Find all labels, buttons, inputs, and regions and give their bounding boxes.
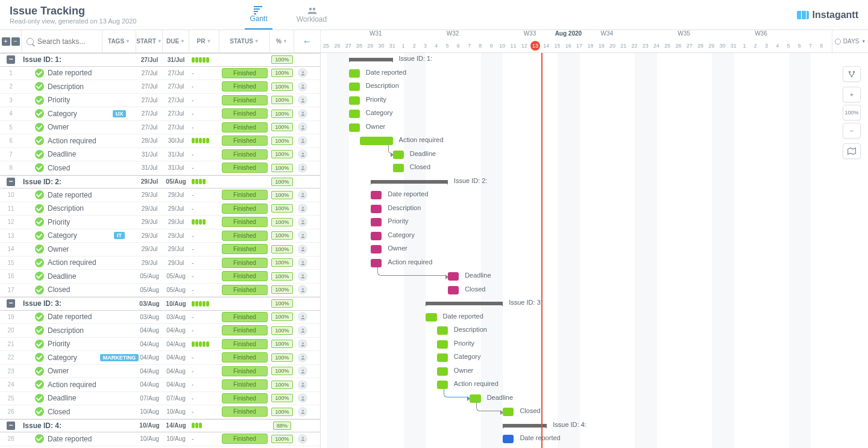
collapse-section-button[interactable]: −: [7, 178, 15, 186]
gantt-task-row[interactable]: Category: [321, 229, 868, 243]
task-name-cell[interactable]: Action required: [22, 258, 102, 267]
gantt-task-row[interactable]: Date reported: [321, 188, 868, 202]
task-row[interactable]: 5Owner27/Jul27/Jul-Finished100%: [0, 121, 320, 135]
task-row[interactable]: 20Description04/Aug04/Aug-Finished100%: [0, 324, 320, 338]
task-row[interactable]: 14Owner29/Jul29/Jul-Finished100%: [0, 243, 320, 257]
section-row[interactable]: −Issue ID: 3:03/Aug10/Aug100%: [0, 297, 320, 311]
task-row[interactable]: 8Closed31/Jul31/Jul-Finished100%: [0, 161, 320, 175]
minimap-button[interactable]: [843, 143, 861, 159]
assignee-cell[interactable]: [294, 231, 311, 240]
task-name-cell[interactable]: Date reported: [22, 313, 102, 322]
gantt-task-bar[interactable]: [448, 272, 459, 281]
gantt-task-bar[interactable]: [349, 110, 360, 118]
dependencies-toggle-button[interactable]: [843, 66, 861, 82]
assignee-cell[interactable]: [294, 204, 311, 213]
gantt-task-row[interactable]: Category: [321, 351, 868, 365]
task-name-cell[interactable]: Issue ID: 2:: [22, 178, 102, 186]
gantt-task-row[interactable]: Closed: [321, 284, 868, 297]
task-row[interactable]: 16Deadline05/Aug05/Aug-Finished100%: [0, 270, 320, 284]
gantt-task-bar[interactable]: [437, 381, 448, 389]
gantt-task-bar[interactable]: [371, 218, 382, 226]
gantt-task-row[interactable]: Owner: [321, 365, 868, 379]
gantt-task-row[interactable]: Deadline: [321, 148, 868, 162]
task-row[interactable]: 7Deadline31/Jul31/Jul-Finished100%: [0, 148, 320, 162]
gantt-task-row[interactable]: Owner: [321, 121, 868, 135]
assignee-cell[interactable]: [294, 407, 311, 417]
assignee-cell[interactable]: [294, 434, 311, 444]
gantt-task-bar[interactable]: [371, 232, 382, 240]
task-row[interactable]: 2Description27/Jul27/Jul-Finished100%: [0, 80, 320, 94]
brand-logo[interactable]: Instagantt: [797, 10, 858, 20]
task-name-cell[interactable]: Date reported: [22, 190, 102, 199]
collapse-section-button[interactable]: −: [7, 55, 15, 64]
task-name-cell[interactable]: Issue ID: 4:: [22, 422, 102, 430]
task-row[interactable]: 23Owner04/Aug04/Aug-Finished100%: [0, 365, 320, 379]
collapse-section-button[interactable]: −: [7, 422, 15, 430]
task-row[interactable]: 19Date reported03/Aug03/Aug-Finished100%: [0, 311, 320, 325]
task-name-cell[interactable]: Description: [22, 326, 102, 335]
collapse-columns-button[interactable]: ←: [294, 30, 321, 52]
gantt-summary-bar[interactable]: [426, 302, 503, 305]
assignee-cell[interactable]: [294, 272, 311, 281]
task-name-cell[interactable]: Priority: [22, 96, 102, 105]
gantt-task-bar[interactable]: [349, 82, 360, 91]
expand-all-button[interactable]: +: [2, 37, 10, 46]
task-name-cell[interactable]: Category: [22, 109, 102, 118]
assignee-cell[interactable]: [294, 312, 311, 322]
task-name-cell[interactable]: Category: [22, 353, 102, 362]
task-name-cell[interactable]: Owner: [22, 123, 102, 132]
tab-workload[interactable]: Workload: [292, 0, 332, 30]
assignee-cell[interactable]: [294, 217, 311, 227]
task-name-cell[interactable]: Description: [22, 204, 102, 213]
collapse-section-button[interactable]: −: [7, 299, 15, 308]
task-name-cell[interactable]: Deadline: [22, 150, 102, 159]
collapse-all-button[interactable]: −: [11, 37, 20, 46]
col-header-pct[interactable]: %▼: [270, 30, 294, 52]
gantt-task-bar[interactable]: [393, 164, 404, 172]
task-row[interactable]: 21Priority04/Aug04/AugFinished100%: [0, 338, 320, 352]
gantt-task-row[interactable]: Closed: [321, 161, 868, 175]
task-name-cell[interactable]: Issue ID: 1:: [22, 55, 102, 64]
zoom-out-button[interactable]: −: [843, 123, 861, 138]
task-name-cell[interactable]: Issue ID: 3:: [22, 299, 102, 308]
tab-gantt[interactable]: Gantt: [245, 0, 272, 30]
gantt-task-bar[interactable]: [371, 245, 382, 254]
gantt-summary-row[interactable]: Issue ID: 3:: [321, 297, 868, 311]
gantt-task-row[interactable]: Description: [321, 80, 868, 94]
gantt-task-bar[interactable]: [371, 205, 382, 213]
col-header-pr[interactable]: PR▼: [189, 30, 219, 52]
gantt-task-bar[interactable]: [437, 353, 448, 362]
assignee-cell[interactable]: [294, 393, 311, 403]
gantt-task-bar[interactable]: [349, 123, 360, 132]
timescale-button[interactable]: DAYS ▼: [832, 30, 868, 52]
gantt-task-row[interactable]: Category: [321, 107, 868, 121]
gantt-task-row[interactable]: Deadline: [321, 392, 868, 406]
assignee-cell[interactable]: [294, 163, 311, 173]
task-name-cell[interactable]: Deadline: [22, 394, 102, 403]
task-row[interactable]: 10Date reported29/Jul29/Jul-Finished100%: [0, 188, 320, 202]
gantt-task-bar[interactable]: [371, 191, 382, 199]
assignee-cell[interactable]: [294, 353, 311, 362]
gantt-task-bar[interactable]: [503, 435, 514, 443]
task-name-cell[interactable]: Owner: [22, 367, 102, 376]
assignee-cell[interactable]: [294, 136, 311, 146]
task-row[interactable]: 13CategoryIT29/Jul29/Jul-Finished100%: [0, 229, 320, 243]
task-row[interactable]: 28Date reported10/Aug10/Aug-Finished100%: [0, 432, 320, 446]
task-row[interactable]: 4CategoryUX27/Jul27/Jul-Finished100%: [0, 107, 320, 121]
gantt-task-bar[interactable]: [448, 286, 459, 294]
assignee-cell[interactable]: [294, 326, 311, 335]
task-name-cell[interactable]: Owner: [22, 244, 102, 254]
task-row[interactable]: 3Priority27/Jul27/Jul-Finished100%: [0, 94, 320, 108]
col-header-status[interactable]: STATUS▼: [219, 30, 270, 52]
gantt-task-row[interactable]: Deadline: [321, 270, 868, 284]
gantt-task-row[interactable]: Priority: [321, 338, 868, 352]
assignee-cell[interactable]: [294, 244, 311, 254]
task-row[interactable]: 15Action required29/Jul29/Jul-Finished10…: [0, 257, 320, 270]
gantt-task-row[interactable]: Action required: [321, 134, 868, 148]
gantt-task-row[interactable]: Date reported: [321, 432, 868, 446]
gantt-task-row[interactable]: Priority: [321, 94, 868, 108]
gantt-task-row[interactable]: Priority: [321, 216, 868, 229]
gantt-task-row[interactable]: Closed: [321, 405, 868, 419]
section-row[interactable]: −Issue ID: 1:27/Jul31/Jul100%: [0, 53, 320, 67]
gantt-summary-row[interactable]: Issue ID: 2:: [321, 175, 868, 189]
